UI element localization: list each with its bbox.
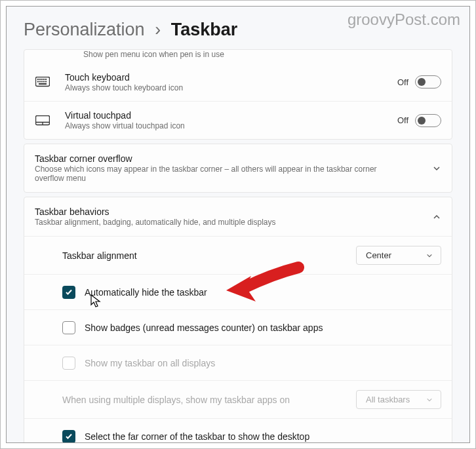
svg-rect-6 [37,81,39,83]
show-badges-row[interactable]: Show badges (unread messages counter) on… [24,309,452,345]
auto-hide-row[interactable]: Automatically hide the taskbar [24,274,452,309]
svg-rect-9 [43,81,45,83]
virtual-touchpad-toggle[interactable] [415,114,441,127]
virtual-touchpad-row: Virtual touchpad Always show virtual tou… [24,101,452,139]
overflow-card[interactable]: Taskbar corner overflow Choose which ico… [24,144,452,193]
auto-hide-checkbox[interactable] [62,286,75,299]
svg-rect-11 [39,83,47,85]
multi-display-value: All taskbars [366,395,410,404]
breadcrumb-parent[interactable]: Personalization [24,20,145,39]
chevron-up-icon [432,212,441,222]
behaviors-header[interactable]: Taskbar behaviors Taskbar alignment, bad… [24,197,452,236]
chevron-down-icon [432,164,441,173]
chevron-down-icon [425,251,434,260]
virtual-touchpad-subtitle: Always show virtual touchpad icon [65,121,388,130]
touch-keyboard-row: Touch keyboard Always show touch keyboar… [24,63,452,101]
svg-rect-5 [45,79,47,80]
touch-keyboard-title: Touch keyboard [65,72,388,83]
auto-hide-label: Automatically hide the taskbar [85,287,441,298]
touch-keyboard-toggle-label: Off [397,77,408,87]
touch-keyboard-toggle[interactable] [415,75,441,88]
svg-rect-2 [39,79,41,80]
keyboard-icon [35,74,50,90]
behaviors-card: Taskbar behaviors Taskbar alignment, bad… [24,197,452,443]
svg-rect-3 [41,79,43,80]
overflow-title: Taskbar corner overflow [35,153,432,164]
overflow-subtitle: Choose which icons may appear in the tas… [35,165,402,183]
far-corner-checkbox[interactable] [62,430,75,443]
virtual-touchpad-toggle-label: Off [397,115,408,125]
behaviors-subtitle: Taskbar alignment, badging, automaticall… [35,218,432,227]
breadcrumb-separator: › [155,20,161,39]
touchpad-icon [35,113,50,128]
svg-rect-1 [37,79,39,80]
chevron-down-icon [425,395,434,404]
show-badges-checkbox[interactable] [62,321,75,334]
touch-keyboard-subtitle: Always show touch keyboard icon [65,83,388,92]
breadcrumb-current: Taskbar [171,20,238,39]
svg-rect-8 [41,81,43,83]
svg-rect-4 [43,79,45,80]
truncated-row: Show pen menu icon when pen is in use [24,50,452,63]
far-corner-row[interactable]: Select the far corner of the taskbar to … [24,418,452,443]
taskbar-alignment-label: Taskbar alignment [62,250,356,261]
taskbar-alignment-dropdown[interactable]: Center [356,246,441,265]
taskbar-alignment-row: Taskbar alignment Center [24,236,452,274]
breadcrumb: Personalization › Taskbar [7,7,469,49]
show-badges-label: Show badges (unread messages counter) on… [85,322,441,333]
far-corner-label: Select the far corner of the taskbar to … [85,431,441,442]
show-all-displays-checkbox [62,357,75,370]
svg-rect-10 [45,81,47,83]
behaviors-title: Taskbar behaviors [35,206,432,217]
virtual-touchpad-title: Virtual touchpad [65,110,388,121]
show-all-displays-label: Show my taskbar on all displays [85,358,441,368]
multi-display-row: When using multiple displays, show my ta… [24,380,452,418]
show-all-displays-row: Show my taskbar on all displays [24,345,452,380]
taskbar-corner-icons-card: Show pen menu icon when pen is in use To… [24,49,452,140]
svg-rect-7 [39,81,41,83]
taskbar-alignment-value: Center [366,250,391,260]
multi-display-label: When using multiple displays, show my ta… [62,395,356,405]
multi-display-dropdown: All taskbars [356,390,441,409]
